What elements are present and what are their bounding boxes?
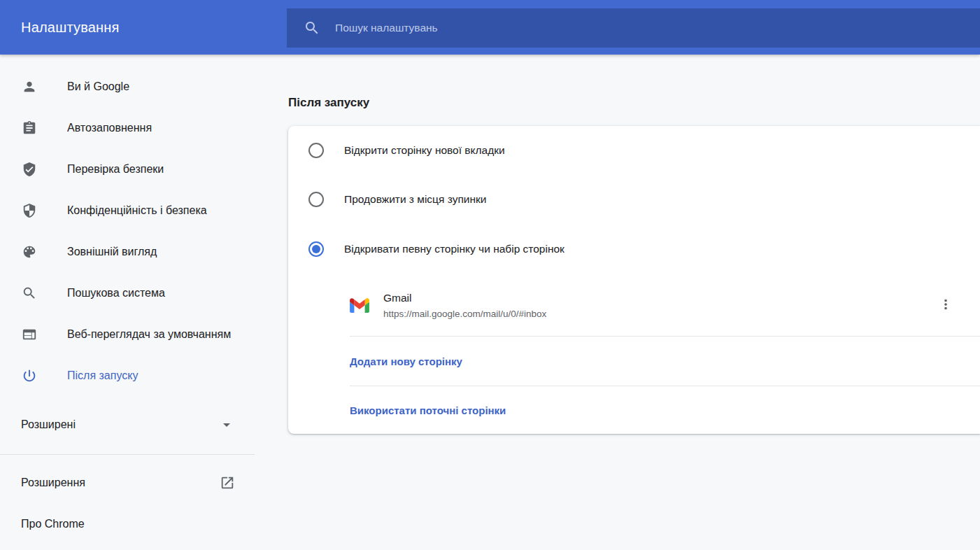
use-current-pages-link[interactable]: Використати поточні сторінки xyxy=(350,404,506,416)
sidebar-advanced-toggle[interactable]: Розширені xyxy=(0,406,255,444)
add-new-page-link[interactable]: Додати нову сторінку xyxy=(350,355,462,367)
shield-check-icon xyxy=(21,161,38,178)
sidebar-item-privacy-security[interactable]: Конфіденційність і безпека xyxy=(0,190,255,231)
page-title: Налаштування xyxy=(21,20,120,36)
settings-header: Налаштування xyxy=(0,0,980,55)
settings-content: Ви й Google Автозаповнення Перевірка без… xyxy=(0,55,980,550)
search-icon xyxy=(21,285,38,302)
search-input[interactable] xyxy=(335,22,809,34)
sidebar-item-label: Конфіденційність і безпека xyxy=(67,204,207,217)
sidebar-item-safety-check[interactable]: Перевірка безпеки xyxy=(0,148,255,190)
more-vert-icon xyxy=(938,297,953,314)
radio-option-label: Відкрити сторінку нової вкладки xyxy=(344,144,505,157)
sidebar-item-default-browser[interactable]: Веб-переглядач за умовчанням xyxy=(0,313,255,355)
radio-option-label: Продовжити з місця зупинки xyxy=(344,193,486,206)
sidebar-divider xyxy=(0,454,255,455)
settings-main: Після запуску Відкрити сторінку нової вк… xyxy=(255,55,980,550)
startup-page-title: Gmail xyxy=(383,292,546,304)
sidebar-item-label: Автозаповнення xyxy=(67,122,152,134)
sidebar-item-you-and-google[interactable]: Ви й Google xyxy=(0,66,255,107)
power-icon xyxy=(21,367,38,384)
browser-icon xyxy=(21,326,38,343)
sidebar-item-label: Ви й Google xyxy=(67,80,129,93)
sidebar-item-label: Після запуску xyxy=(67,369,138,382)
palette-icon xyxy=(21,244,38,260)
radio-option-continue[interactable]: Продовжити з місця зупинки xyxy=(288,175,980,224)
on-startup-card: Відкрити сторінку нової вкладки Продовжи… xyxy=(288,126,980,434)
sidebar-item-label: Веб-переглядач за умовчанням xyxy=(67,328,231,341)
radio-option-open-specific-pages[interactable]: Відкривати певну сторінку чи набір сторі… xyxy=(288,224,980,274)
sidebar-item-on-startup[interactable]: Після запуску xyxy=(0,355,255,396)
extensions-label: Розширення xyxy=(21,477,85,489)
sidebar-item-search-engine[interactable]: Пошукова система xyxy=(0,272,255,313)
startup-page-url: https://mail.google.com/mail/u/0/#inbox xyxy=(383,309,546,319)
advanced-label: Розширені xyxy=(21,418,76,431)
shield-half-icon xyxy=(21,202,38,219)
more-actions-button[interactable] xyxy=(933,292,958,318)
sidebar-item-label: Пошукова система xyxy=(67,287,165,299)
radio-option-label: Відкривати певну сторінку чи набір сторі… xyxy=(344,243,564,255)
startup-page-row: Gmail https://mail.google.com/mail/u/0/#… xyxy=(288,274,980,336)
sidebar-item-appearance[interactable]: Зовнішній вигляд xyxy=(0,231,255,272)
sidebar-item-label: Зовнішній вигляд xyxy=(67,246,157,258)
sidebar-item-extensions[interactable]: Розширення xyxy=(0,462,255,503)
open-in-new-icon xyxy=(220,475,235,491)
clipboard-icon xyxy=(21,120,38,136)
radio-button[interactable] xyxy=(308,192,324,207)
sidebar-item-label: Перевірка безпеки xyxy=(67,163,164,176)
person-icon xyxy=(21,78,38,95)
add-new-page-row: Додати нову сторінку xyxy=(288,337,980,386)
use-current-pages-row: Використати поточні сторінки xyxy=(288,386,980,434)
settings-sidebar: Ви й Google Автозаповнення Перевірка без… xyxy=(0,55,255,550)
settings-search-box[interactable] xyxy=(287,8,980,48)
radio-button[interactable] xyxy=(308,241,324,257)
radio-button[interactable] xyxy=(308,143,324,158)
section-title: Після запуску xyxy=(288,96,980,110)
chevron-down-icon xyxy=(218,416,235,433)
about-chrome-label: Про Chrome xyxy=(21,518,85,530)
gmail-icon xyxy=(350,298,369,313)
sidebar-item-autofill[interactable]: Автозаповнення xyxy=(0,107,255,148)
startup-page-info: Gmail https://mail.google.com/mail/u/0/#… xyxy=(383,292,546,319)
sidebar-item-about-chrome[interactable]: Про Chrome xyxy=(0,503,255,544)
search-icon xyxy=(304,20,320,36)
radio-option-open-new-tab[interactable]: Відкрити сторінку нової вкладки xyxy=(288,126,980,175)
